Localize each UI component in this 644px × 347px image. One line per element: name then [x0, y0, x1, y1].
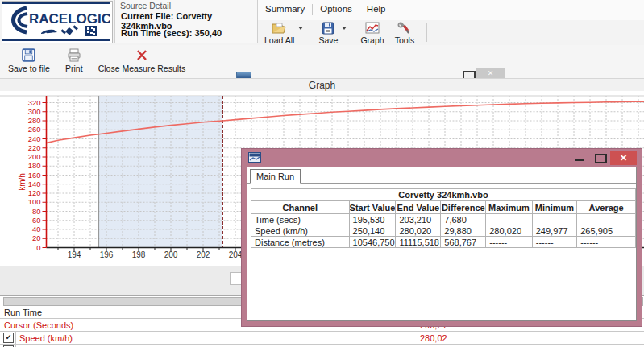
close-measure-results-button[interactable]: Close Measure Results — [98, 48, 186, 73]
run-time-text: Run Time (secs): 350,40 — [121, 28, 222, 38]
svg-text:140: 140 — [28, 180, 41, 188]
results-column-header: Difference — [441, 201, 486, 214]
save-to-file-button[interactable]: Save to file — [8, 48, 50, 73]
logo-swoosh-inner — [19, 14, 28, 27]
results-table-cell: 568,767 — [441, 237, 486, 248]
open-folder-icon — [272, 21, 288, 35]
dialog-maximize-button[interactable] — [595, 154, 607, 163]
results-table-cell: 265,905 — [577, 225, 636, 237]
car-icon — [41, 30, 57, 35]
print-button[interactable]: Print — [65, 48, 83, 73]
results-table-cell: 250,140 — [349, 225, 396, 237]
measure-results-dialog[interactable]: ✕ Main Run Corvetty 324kmh.vbo ChannelSt… — [242, 149, 642, 326]
results-table-cell: 195,530 — [349, 214, 396, 225]
svg-text:280: 280 — [28, 116, 41, 125]
source-detail-label: Source Detail — [120, 1, 171, 10]
results-column-header: Channel — [251, 201, 350, 214]
svg-text:80: 80 — [32, 207, 41, 216]
svg-text:60: 60 — [32, 216, 41, 225]
racelogic-logo: RACELOGIC — [2, 1, 113, 43]
results-column-header: Minimum — [532, 201, 576, 214]
menu-summary[interactable]: Summary — [258, 0, 312, 17]
svg-text:20: 20 — [32, 233, 41, 242]
results-column-header: Maximum — [486, 201, 533, 214]
tools-label: Tools — [395, 35, 415, 45]
menu-help[interactable]: Help — [359, 0, 393, 17]
results-table-cell: 29,880 — [441, 225, 486, 237]
results-table-cell: 7,680 — [441, 214, 486, 225]
graph-button[interactable]: Graph — [360, 21, 384, 45]
results-column-header: Average — [577, 201, 636, 214]
save-dropdown-arrow[interactable] — [342, 27, 347, 30]
svg-text:204: 204 — [229, 250, 243, 259]
svg-text:196: 196 — [100, 250, 114, 259]
graph-window-title: Graph — [0, 79, 644, 92]
results-table: Corvetty 324kmh.vbo ChannelStart ValueEn… — [251, 188, 636, 248]
dialog-measure-icon — [248, 152, 261, 163]
svg-text:200: 200 — [164, 250, 178, 259]
results-table-cell: ------ — [532, 214, 576, 225]
hidden-window-close-button[interactable]: ✕ — [476, 68, 505, 78]
channel-label: Speed (km/h) — [19, 333, 73, 343]
svg-text:0: 0 — [36, 243, 40, 252]
tools-icon — [397, 21, 411, 35]
channel-value: 280,02 — [420, 333, 447, 343]
results-table-cell: ------ — [486, 237, 533, 248]
channel-row[interactable]: ✔Speed (km/h)280,02 — [0, 332, 644, 345]
results-table-row: Speed (km/h)250,140280,02029,880280,0202… — [251, 225, 636, 237]
menu-bar: SummaryOptionsHelp — [258, 0, 644, 21]
svg-text:300: 300 — [28, 107, 41, 116]
graph-label: Graph — [360, 35, 384, 45]
channel-label: Cursor (Seconds) — [4, 320, 73, 330]
results-table-cell: Speed (km/h) — [251, 225, 350, 237]
application-window: RACELOGIC Source Detail — [0, 0, 644, 347]
save-to-file-floppy-icon — [22, 48, 35, 63]
top-header: RACELOGIC Source Detail — [0, 0, 644, 46]
results-table-cell: ------ — [577, 214, 636, 225]
results-table-cell: 249,977 — [532, 225, 576, 237]
qr-code-icon — [85, 26, 97, 36]
close-measure-results-label: Close Measure Results — [98, 64, 186, 73]
dialog-minimize-button[interactable] — [575, 159, 584, 161]
dialog-tabstrip: Main Run — [247, 167, 636, 184]
results-table-cell: 280,020 — [396, 225, 441, 237]
svg-text:198: 198 — [132, 250, 146, 259]
save-label: Save — [318, 35, 338, 45]
satellite-icon — [60, 25, 78, 35]
svg-text:240: 240 — [28, 134, 41, 143]
svg-text:100: 100 — [28, 197, 41, 206]
load-all-button[interactable]: Load All — [264, 21, 294, 45]
results-table-cell: Time (secs) — [251, 214, 350, 225]
print-label: Print — [65, 64, 83, 73]
results-table-title-row: Corvetty 324kmh.vbo — [251, 189, 636, 201]
results-table-cell: 203,210 — [396, 214, 441, 225]
dialog-close-button[interactable]: ✕ — [610, 151, 637, 165]
svg-text:160: 160 — [28, 171, 41, 180]
load-all-label: Load All — [264, 35, 294, 45]
channel-checkbox[interactable]: ✔ — [3, 333, 14, 343]
menu-options[interactable]: Options — [313, 0, 359, 17]
dialog-titlebar[interactable]: ✕ — [242, 149, 642, 167]
toolbar-separator — [426, 23, 427, 42]
main-toolbar: Load All Save Graph Tools — [258, 20, 644, 45]
load-all-dropdown-arrow[interactable] — [298, 27, 303, 30]
svg-text:180: 180 — [28, 161, 41, 170]
svg-text:km/h: km/h — [18, 173, 27, 191]
svg-text:40: 40 — [32, 225, 41, 233]
logo-text: RACELOGIC — [29, 11, 110, 27]
svg-text:202: 202 — [197, 250, 210, 259]
tools-button[interactable]: Tools — [395, 21, 415, 45]
printer-icon — [67, 48, 81, 63]
results-table-cell: Distance (metres) — [251, 237, 350, 248]
save-button[interactable]: Save — [318, 21, 338, 45]
results-table-cell: 10546,750 — [349, 237, 396, 248]
results-table-row: Time (secs)195,530203,2107,680----------… — [251, 214, 636, 225]
tab-main-run[interactable]: Main Run — [250, 169, 301, 184]
svg-text:260: 260 — [28, 125, 41, 134]
source-detail-group: Source Detail Current File: Corvetty 324… — [114, 0, 258, 43]
svg-text:220: 220 — [28, 143, 41, 152]
results-table-cell: ------ — [577, 237, 636, 248]
checkbox-column-divider — [15, 332, 16, 344]
save-to-file-label: Save to file — [8, 64, 50, 73]
results-column-header: End Value — [396, 201, 441, 214]
